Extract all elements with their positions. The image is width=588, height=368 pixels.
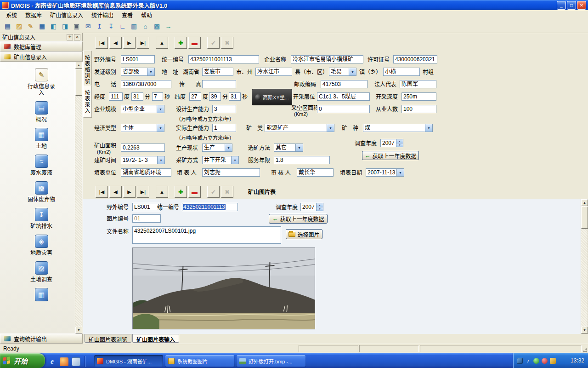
copy-icon[interactable]: ◧ bbox=[49, 21, 58, 31]
gauss-xy-button[interactable]: 高斯XY坐... bbox=[252, 89, 292, 105]
new-icon[interactable]: ▤ bbox=[3, 21, 12, 31]
maximize-button[interactable]: □ bbox=[567, 1, 576, 10]
fax-input[interactable] bbox=[202, 80, 236, 88]
cancel-record-button[interactable]: ✖ bbox=[221, 37, 233, 49]
menu-database[interactable]: 数据库 bbox=[21, 10, 46, 20]
menu-stats-output[interactable]: 统计输出 bbox=[87, 10, 118, 20]
chevron-down-icon[interactable]: ▼ bbox=[225, 144, 232, 151]
first-record-button[interactable]: |◀ bbox=[96, 37, 108, 49]
choose-picture-button[interactable]: 选择图片 bbox=[286, 229, 322, 239]
chevron-down-icon[interactable]: ▼ bbox=[157, 156, 164, 164]
tab-table-entry[interactable]: 按表录入 bbox=[83, 86, 92, 118]
fetch-previous-year-button[interactable]: ← 获取上一年度数据 bbox=[362, 151, 419, 160]
mining-depth-input[interactable]: 250m bbox=[401, 92, 436, 101]
unified-no-input[interactable]: 43250211001113 bbox=[188, 55, 259, 63]
lat-min-input[interactable]: 39 bbox=[209, 92, 221, 101]
menu-mine-entry[interactable]: 矿山信息录入 bbox=[46, 10, 87, 20]
scroll-down-icon[interactable]: ▼ bbox=[581, 327, 588, 334]
auditor-input[interactable]: 戴长华 bbox=[297, 168, 334, 177]
next-record-button[interactable]: ▶ bbox=[123, 186, 136, 198]
volume-icon[interactable]: ♪ bbox=[525, 358, 531, 364]
post-record-button[interactable]: ✔ bbox=[207, 186, 220, 198]
last-record-button[interactable]: ▶| bbox=[137, 37, 149, 49]
chevron-down-icon[interactable]: ▼ bbox=[425, 124, 432, 132]
address-town-select[interactable]: 毛易 ▼ bbox=[329, 68, 356, 76]
survey-year-spinner[interactable]: 2007 ▲▼ bbox=[380, 139, 403, 147]
network-icon[interactable] bbox=[517, 358, 523, 364]
input-method-icon[interactable] bbox=[550, 358, 556, 364]
close-button[interactable]: ✕ bbox=[577, 1, 586, 10]
design-capacity-input[interactable]: 3 bbox=[212, 105, 236, 113]
delete-record-button[interactable]: ▬ bbox=[188, 37, 201, 49]
edit-icon[interactable]: ✎ bbox=[26, 21, 35, 31]
license-input[interactable]: 4300000620321 bbox=[393, 55, 437, 63]
mine-kind-select[interactable]: 煤 ▼ bbox=[363, 124, 433, 132]
sidebar-item-admin-info[interactable]: ✎ 行政信息录入 bbox=[26, 68, 57, 96]
lon-sec-input[interactable]: 7 bbox=[152, 92, 163, 101]
spin-down-icon[interactable]: ▼ bbox=[396, 144, 403, 147]
first-record-button[interactable]: |◀ bbox=[96, 186, 108, 198]
table-icon[interactable]: ▥ bbox=[129, 21, 139, 31]
mining-layer-input[interactable]: C1c1 3、5煤层 bbox=[317, 92, 370, 101]
sidebar-item-geo-hazard[interactable]: ◈ 地质灾害 bbox=[26, 235, 57, 256]
map-icon[interactable]: ▩ bbox=[152, 21, 162, 31]
menu-view[interactable]: 查看 bbox=[118, 10, 137, 20]
messenger-icon[interactable] bbox=[542, 358, 548, 364]
antivirus-icon[interactable] bbox=[533, 358, 539, 364]
start-button[interactable]: 开始 bbox=[0, 353, 45, 368]
ie-icon[interactable]: e bbox=[48, 357, 57, 366]
mine-area-input[interactable]: 0.2263 bbox=[121, 144, 165, 152]
dressing-method-select[interactable]: 其它 ▼ bbox=[274, 144, 303, 152]
chevron-down-icon[interactable]: ▼ bbox=[157, 124, 164, 132]
taskbar-task-bmp-viewer[interactable]: 野外版打开.bmp -... bbox=[237, 355, 305, 367]
next-record-button[interactable]: ▶ bbox=[123, 37, 136, 49]
actual-capacity-input[interactable]: 1 bbox=[212, 124, 236, 132]
sidebar-item-land-survey[interactable]: ▨ 土地调查 bbox=[26, 261, 57, 283]
pic-field-no-input[interactable]: LS001 bbox=[132, 203, 161, 211]
query-stats-button[interactable]: 查询统计输出 bbox=[0, 334, 83, 344]
taskbar-task-dmgis[interactable]: DMGIS - 湖南省矿... bbox=[94, 355, 163, 367]
postcode-input[interactable]: 417503 bbox=[321, 80, 368, 88]
lat-sec-input[interactable]: 31 bbox=[229, 92, 241, 101]
chevron-down-icon[interactable]: ▼ bbox=[147, 68, 154, 75]
taskbar-task-screenshots-folder[interactable]: 系统截图图片 bbox=[165, 355, 234, 367]
spin-up-icon[interactable]: ▲ bbox=[317, 203, 323, 207]
fill-unit-input[interactable]: 湖南省地质环境 bbox=[121, 168, 171, 177]
file-name-input[interactable]: 4325022007LS00101.jpg bbox=[132, 226, 281, 244]
pic-fetch-previous-year-button[interactable]: ← 获取上一年度数据 bbox=[269, 214, 328, 224]
lon-deg-input[interactable]: 111 bbox=[109, 92, 123, 101]
prev-record-button[interactable]: ◀ bbox=[109, 186, 122, 198]
panel-close-icon[interactable]: ✕ bbox=[74, 34, 80, 40]
paste-icon[interactable]: ◨ bbox=[60, 21, 70, 31]
sidebar-item-overview[interactable]: ▤ 概况 bbox=[26, 101, 57, 123]
menu-system[interactable]: 系统 bbox=[2, 10, 21, 20]
database-manage-button[interactable]: 数据库管理 bbox=[0, 41, 83, 52]
chevron-down-icon[interactable]: ▼ bbox=[295, 144, 303, 151]
sidebar-item-land[interactable]: ▦ 土地 bbox=[26, 128, 57, 150]
scroll-up-icon[interactable]: ▲ bbox=[75, 62, 82, 69]
prev-record-button[interactable]: ◀ bbox=[109, 37, 122, 49]
tab-picture-browse[interactable]: 矿山图片表浏览 bbox=[85, 334, 131, 343]
chevron-down-icon[interactable]: ▼ bbox=[157, 105, 164, 113]
enterprise-name-input[interactable]: 冷水江市毛易镇小横煤矿 bbox=[291, 55, 363, 63]
cert-level-select[interactable]: 省部级 ▼ bbox=[121, 68, 155, 76]
save-icon[interactable]: ▦ bbox=[37, 21, 47, 31]
chevron-down-icon[interactable]: ▼ bbox=[231, 156, 238, 164]
post-record-button[interactable]: ✔ bbox=[207, 37, 220, 49]
show-desktop-icon[interactable] bbox=[72, 357, 80, 366]
pic-unified-no-input[interactable]: 43250211001113 bbox=[182, 203, 238, 211]
sidebar-item-pit-drainage[interactable]: ↧ 矿坑排水 bbox=[26, 208, 57, 230]
workers-input[interactable]: 100 bbox=[401, 105, 436, 113]
move-up-icon[interactable]: ↥ bbox=[95, 21, 104, 31]
address-village-input[interactable]: 小横 bbox=[383, 68, 420, 76]
sidebar-item-wastewater[interactable]: ≈ 废水废液 bbox=[26, 155, 57, 176]
media-player-icon[interactable] bbox=[60, 357, 68, 366]
spin-down-icon[interactable]: ▼ bbox=[317, 207, 323, 211]
mine-entry-button[interactable]: 矿山信息录入 bbox=[0, 52, 83, 62]
economic-type-select[interactable]: 个体 ▼ bbox=[121, 124, 164, 132]
service-years-input[interactable]: 1.8 bbox=[274, 156, 330, 164]
address-city-input[interactable]: 娄底市 bbox=[202, 68, 233, 76]
mining-method-select[interactable]: 井下开采 ▼ bbox=[202, 156, 239, 164]
sidebar-item-solid-waste[interactable]: ▩ 固体废弃物 bbox=[26, 181, 57, 203]
mail-icon[interactable]: ✉ bbox=[83, 21, 93, 31]
